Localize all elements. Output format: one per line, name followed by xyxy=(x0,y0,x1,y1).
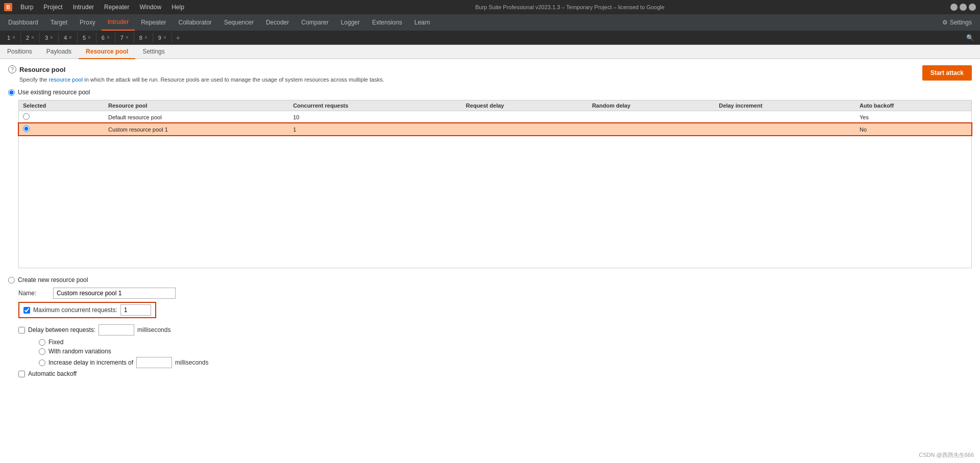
row2-auto-backoff: No xyxy=(855,123,971,136)
create-new-section: Create new resource pool Name: Maximum c… xyxy=(8,276,972,377)
tab-9-close[interactable]: × xyxy=(163,35,166,40)
pool-table-container: Selected Resource pool Concurrent reques… xyxy=(18,100,972,268)
nav-comparer[interactable]: Comparer xyxy=(295,14,334,31)
tab-1[interactable]: 1 × xyxy=(2,33,21,43)
tab-4-close[interactable]: × xyxy=(69,35,72,40)
use-existing-radio[interactable] xyxy=(8,89,15,96)
delay-between-checkbox[interactable] xyxy=(18,327,25,333)
row2-concurrent: 1 xyxy=(289,123,462,136)
row1-auto-backoff: Yes xyxy=(855,111,971,123)
subtab-positions[interactable]: Positions xyxy=(0,45,39,59)
nav-learn[interactable]: Learn xyxy=(408,14,436,31)
tab-8-close[interactable]: × xyxy=(144,35,148,40)
milliseconds-label-2: milliseconds xyxy=(175,359,208,366)
nav-target[interactable]: Target xyxy=(44,14,74,31)
nav-dashboard[interactable]: Dashboard xyxy=(2,14,44,31)
tab-2-close[interactable]: × xyxy=(31,35,34,40)
tab-4[interactable]: 4 × xyxy=(59,33,78,43)
tab-5-close[interactable]: × xyxy=(88,35,91,40)
row1-radio[interactable] xyxy=(23,113,30,120)
pool-table: Selected Resource pool Concurrent reques… xyxy=(19,100,971,135)
nav-extensions[interactable]: Extensions xyxy=(366,14,408,31)
max-concurrent-label: Maximum concurrent requests: xyxy=(33,306,117,314)
auto-backoff-checkbox[interactable] xyxy=(18,371,25,377)
use-existing-radio-label[interactable]: Use existing resource pool xyxy=(8,89,972,96)
row1-name: Default resource pool xyxy=(104,111,289,123)
col-request-delay: Request delay xyxy=(462,100,588,111)
resource-pool-link[interactable]: resource pool xyxy=(48,76,83,83)
row2-radio[interactable] xyxy=(23,125,30,132)
nav-intruder[interactable]: Intruder xyxy=(102,14,135,31)
increment-input[interactable] xyxy=(136,357,172,368)
menu-burp[interactable]: Burp xyxy=(15,2,38,13)
col-concurrent: Concurrent requests xyxy=(289,100,462,111)
tab-6-close[interactable]: × xyxy=(107,35,110,40)
nav-proxy[interactable]: Proxy xyxy=(74,14,102,31)
col-random-delay: Random delay xyxy=(588,100,715,111)
row1-random-delay xyxy=(588,111,715,123)
nav-repeater[interactable]: Repeater xyxy=(135,14,172,31)
random-row: With random variations xyxy=(39,348,972,355)
name-input[interactable] xyxy=(53,288,176,299)
menu-project[interactable]: Project xyxy=(38,2,67,13)
search-icon[interactable]: 🔍 xyxy=(962,32,978,43)
row1-selected[interactable] xyxy=(19,111,104,123)
tab-7-close[interactable]: × xyxy=(126,35,129,40)
auto-backoff-row: Automatic backoff xyxy=(8,370,972,377)
create-new-radio-label[interactable]: Create new resource pool xyxy=(8,276,972,284)
name-row: Name: xyxy=(8,288,972,299)
random-radio[interactable] xyxy=(39,348,45,355)
table-row[interactable]: Default resource pool 10 Yes xyxy=(19,111,971,123)
menu-intruder[interactable]: Intruder xyxy=(68,2,99,13)
col-selected: Selected xyxy=(19,100,104,111)
table-row[interactable]: Custom resource pool 1 1 No xyxy=(19,123,971,136)
titlebar: B Burp Project Intruder Repeater Window … xyxy=(0,0,980,14)
delay-row: Delay between requests: milliseconds xyxy=(8,324,972,336)
row2-selected[interactable] xyxy=(19,123,104,136)
menu-help[interactable]: Help xyxy=(166,2,189,13)
start-attack-button[interactable]: Start attack xyxy=(922,65,972,81)
row2-name: Custom resource pool 1 xyxy=(104,123,289,136)
auto-backoff-label: Automatic backoff xyxy=(28,370,77,377)
increment-radio[interactable] xyxy=(39,359,45,366)
increment-label: Increase delay in increments of xyxy=(48,359,133,366)
help-icon[interactable]: ? xyxy=(8,65,16,73)
nav-logger[interactable]: Logger xyxy=(335,14,366,31)
milliseconds-label-1: milliseconds xyxy=(137,326,170,333)
row1-concurrent: 10 xyxy=(289,111,462,123)
tab-3[interactable]: 3 × xyxy=(40,33,59,43)
close-button[interactable]: ✕ xyxy=(969,4,976,11)
table-empty-area xyxy=(19,135,971,268)
subtab-payloads[interactable]: Payloads xyxy=(39,45,79,59)
menu-window[interactable]: Window xyxy=(134,2,166,13)
col-resource-pool: Resource pool xyxy=(104,100,289,111)
nav-decoder[interactable]: Decoder xyxy=(260,14,295,31)
create-new-radio[interactable] xyxy=(8,277,15,284)
nav-collaborator[interactable]: Collaborator xyxy=(173,14,218,31)
tab-9[interactable]: 9 × xyxy=(153,33,172,43)
subtab-resource-pool[interactable]: Resource pool xyxy=(79,45,135,59)
subtab-settings[interactable]: Settings xyxy=(135,45,172,59)
menu-repeater[interactable]: Repeater xyxy=(99,2,134,13)
tab-5[interactable]: 5 × xyxy=(78,33,96,43)
window-title: Burp Suite Professional v2023.1.3 – Temp… xyxy=(189,4,950,10)
fixed-radio[interactable] xyxy=(39,339,45,346)
tab-8[interactable]: 8 × xyxy=(134,33,153,43)
tab-1-close[interactable]: × xyxy=(12,35,15,40)
increment-row: Increase delay in increments of millisec… xyxy=(39,357,972,368)
tab-6[interactable]: 6 × xyxy=(96,33,115,43)
navbar: Dashboard Target Proxy Intruder Repeater… xyxy=(0,14,980,31)
delay-between-input[interactable] xyxy=(99,324,134,336)
max-concurrent-checkbox[interactable] xyxy=(23,307,30,314)
minimize-button[interactable]: — xyxy=(950,4,958,11)
random-label: With random variations xyxy=(48,348,111,355)
add-tab-button[interactable]: + xyxy=(172,32,184,44)
tab-3-close[interactable]: × xyxy=(50,35,53,40)
app-icon: B xyxy=(4,3,12,11)
nav-sequencer[interactable]: Sequencer xyxy=(218,14,260,31)
maximize-button[interactable]: □ xyxy=(960,4,967,11)
tab-7[interactable]: 7 × xyxy=(115,33,134,43)
settings-gear-icon[interactable]: ⚙ Settings xyxy=(936,16,978,29)
max-concurrent-input[interactable] xyxy=(120,304,151,316)
tab-2[interactable]: 2 × xyxy=(21,33,40,43)
